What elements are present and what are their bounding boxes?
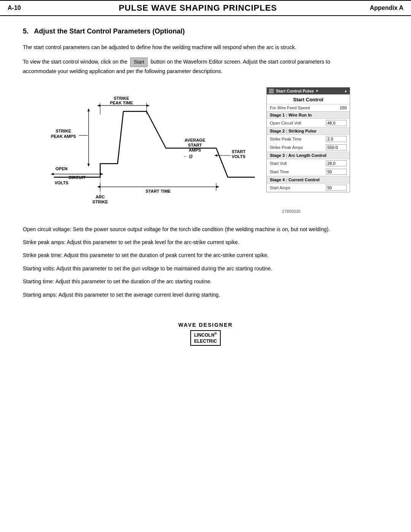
wire-feed-value: 150 (340, 105, 347, 110)
page-number: A-10 (8, 5, 38, 11)
svg-text:STRIKE: STRIKE (114, 96, 129, 101)
paragraph-2: To view the start control window, click … (23, 58, 350, 75)
svg-text:ARC: ARC (96, 195, 105, 199)
svg-marker-9 (88, 163, 90, 166)
stage3-title: Stage 3 : Arc Length Control (267, 152, 350, 159)
svg-text:← @: ← @ (183, 154, 193, 158)
desc-starting-volts: Starting volts: Adjust this parameter to… (23, 264, 358, 273)
svg-text:AVERAGE: AVERAGE (185, 137, 205, 142)
svg-text:AMPS: AMPS (189, 148, 201, 152)
start-amps-input[interactable] (326, 185, 347, 191)
appendix-label: Appendix A (358, 5, 403, 11)
svg-marker-2 (147, 104, 150, 107)
wave-designer-label: WAVE DESIGNER (23, 322, 388, 328)
start-button-example: Start (130, 58, 147, 67)
registered-symbol: ® (214, 332, 217, 335)
svg-text:STRIKE: STRIKE (92, 200, 108, 204)
svg-text:CIRCUIT: CIRCUIT (68, 175, 86, 180)
wire-feed-label: For Wire Feed Speed (270, 105, 310, 110)
start-amps-label: Start Amps (270, 185, 290, 190)
page-header: A-10 PULSE WAVE SHAPING PRINCIPLES Appen… (0, 0, 411, 16)
strike-peak-time-label: Strike Peak Time (270, 137, 301, 141)
svg-marker-1 (97, 104, 100, 107)
p2-before: To view the start control window, click … (23, 59, 127, 65)
panel-title-bar: Start Control Pulse ▼ ▲ (267, 88, 350, 94)
panel-heading: Start Control (267, 94, 350, 104)
start-time-input[interactable] (326, 169, 347, 175)
open-circuit-volt-row: Open Circuit Volt (267, 119, 350, 127)
start-control-panel: Start Control Pulse ▼ ▲ Start Control Fo… (266, 87, 350, 192)
svg-text:START: START (188, 143, 202, 147)
section-title: 5. Adjust the Start Control Parameters (… (23, 27, 388, 35)
strike-peak-time-row: Strike Peak Time (267, 135, 350, 143)
diagram-area: STRIKE PEAK TIME STRIKE PEAK AMPS AVERAG… (23, 87, 388, 209)
svg-text:PEAK AMPS: PEAK AMPS (51, 134, 76, 138)
svg-text:START TIME: START TIME (146, 189, 171, 193)
svg-text:OPEN: OPEN (56, 166, 68, 171)
strike-peak-amps-label: Strike Peak Amps (270, 145, 303, 150)
svg-marker-28 (97, 185, 100, 188)
start-amps-row: Start Amps (267, 184, 350, 192)
main-content: 5. Adjust the Start Control Parameters (… (0, 16, 411, 365)
figure-number: 27850035 (23, 209, 301, 214)
lincoln-electric-logo: LINCOLN® ELECTRIC (190, 330, 221, 346)
stage2-title: Stage 2 : Striking Pulse (267, 127, 350, 135)
panel-icon (269, 89, 274, 93)
strike-peak-amps-row: Strike Peak Amps (267, 143, 350, 152)
svg-marker-23 (51, 173, 54, 175)
start-volt-label: Start Volt (270, 161, 287, 166)
desc-strike-peak-time: Strike peak time: Adjust this parameter … (23, 251, 358, 259)
desc-open-circuit: Open circuit voltage: Sets the power sou… (23, 225, 358, 233)
svg-marker-29 (216, 185, 219, 188)
svg-text:VOLTS: VOLTS (232, 154, 245, 159)
dropdown-arrow-icon[interactable]: ▼ (315, 89, 319, 93)
strike-peak-time-input[interactable] (326, 136, 347, 142)
desc-starting-time: Starting time: Adjust this parameter to … (23, 277, 358, 286)
paragraph-1: The start control parameters can be adju… (23, 43, 350, 51)
wire-feed-row: For Wire Feed Speed 150 (267, 104, 350, 111)
start-volt-input[interactable] (326, 160, 347, 166)
strike-peak-amps-input[interactable] (326, 144, 347, 150)
section-heading: Adjust the Start Control Parameters (Opt… (34, 27, 185, 35)
svg-marker-24 (100, 173, 103, 175)
page-title: PULSE WAVE SHAPING PRINCIPLES (38, 3, 358, 13)
start-time-label: Start Time (270, 169, 289, 174)
stage4-title: Stage 4 : Current Control (267, 176, 350, 184)
waveform-diagram: STRIKE PEAK TIME STRIKE PEAK AMPS AVERAG… (23, 87, 263, 209)
svg-marker-20 (214, 154, 217, 157)
descriptions-section: Open circuit voltage: Sets the power sou… (23, 225, 388, 299)
svg-marker-8 (88, 108, 90, 111)
page-footer: WAVE DESIGNER LINCOLN® ELECTRIC (23, 322, 388, 353)
start-time-row: Start Time (267, 168, 350, 176)
section-number: 5. (23, 27, 29, 35)
open-circuit-volt-input[interactable] (326, 120, 347, 126)
stage1-title: Stage 1 : Wire Run In (267, 111, 350, 119)
electric-text: ELECTRIC (194, 339, 217, 344)
desc-strike-peak-amps: Strike peak amps: Adjust this parameter … (23, 238, 358, 246)
panel-title: Start Control Pulse (276, 89, 314, 93)
start-volt-row: Start Volt (267, 159, 350, 168)
desc-starting-amps: Starting amps: Adjust this parameter to … (23, 291, 358, 299)
open-circuit-volt-label: Open Circuit Volt (270, 121, 301, 125)
scroll-up-icon[interactable]: ▲ (344, 89, 347, 93)
svg-text:PEAK TIME: PEAK TIME (110, 101, 133, 105)
lincoln-text: LINCOLN (194, 332, 214, 338)
svg-text:STRIKE: STRIKE (56, 129, 71, 133)
svg-text:START: START (232, 149, 246, 154)
svg-text:VOLTS: VOLTS (54, 180, 68, 185)
